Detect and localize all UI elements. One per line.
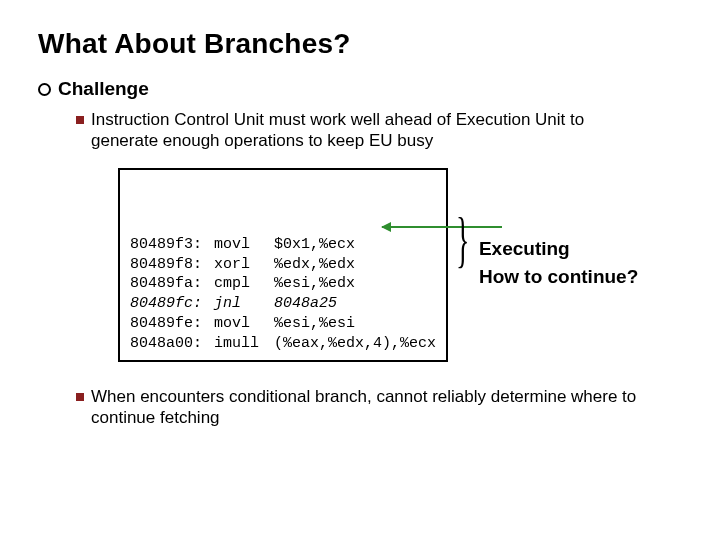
code-addr: 80489fa: — [130, 274, 214, 294]
code-addr: 80489fe: — [130, 314, 214, 334]
code-args: %edx,%edx — [274, 255, 355, 275]
code-op: cmpl — [214, 274, 274, 294]
hollow-circle-icon — [38, 81, 52, 101]
square-bullet-icon — [76, 393, 84, 401]
annotation-column: Executing How to continue? — [479, 238, 638, 288]
code-addr: 80489fc: — [130, 294, 214, 314]
code-args: (%eax,%edx,4),%ecx — [274, 334, 436, 354]
code-op: imull — [214, 334, 274, 354]
bullet-level1: Challenge — [38, 78, 690, 101]
l1-heading: Challenge — [58, 78, 149, 100]
code-args: %esi,%esi — [274, 314, 355, 334]
annot-continue: How to continue? — [479, 266, 638, 288]
curly-brace-icon: } — [456, 206, 469, 272]
code-addr: 80489f8: — [130, 255, 214, 275]
bullet-level2: Instruction Control Unit must work well … — [76, 109, 616, 152]
assembly-code-box: 80489f3:movl$0x1,%ecx80489f8:xorl%edx,%e… — [118, 168, 448, 362]
code-op: jnl — [214, 294, 274, 314]
square-bullet-icon — [76, 116, 84, 124]
code-args: 8048a25 — [274, 294, 337, 314]
code-row: 80489f3:movl$0x1,%ecx80489f8:xorl%edx,%e… — [118, 168, 690, 362]
green-arrow-icon — [382, 226, 502, 228]
code-op: movl — [214, 235, 274, 255]
bullet-level2: When encounters conditional branch, cann… — [76, 386, 676, 429]
code-line: 8048a00:imull(%eax,%edx,4),%ecx — [130, 334, 436, 354]
bullet1-text: Instruction Control Unit must work well … — [91, 109, 616, 152]
bullet2-text: When encounters conditional branch, cann… — [91, 386, 676, 429]
code-args: %esi,%edx — [274, 274, 355, 294]
code-args: $0x1,%ecx — [274, 235, 355, 255]
slide-title: What About Branches? — [38, 28, 690, 60]
annot-executing: Executing — [479, 238, 638, 260]
code-op: xorl — [214, 255, 274, 275]
code-line: 80489fe:movl%esi,%esi — [130, 314, 436, 334]
code-line: 80489f3:movl$0x1,%ecx — [130, 235, 436, 255]
code-addr: 80489f3: — [130, 235, 214, 255]
code-line: 80489fa:cmpl%esi,%edx — [130, 274, 436, 294]
code-addr: 8048a00: — [130, 334, 214, 354]
code-line: 80489f8:xorl%edx,%edx — [130, 255, 436, 275]
code-line: 80489fc:jnl8048a25 — [130, 294, 436, 314]
code-op: movl — [214, 314, 274, 334]
